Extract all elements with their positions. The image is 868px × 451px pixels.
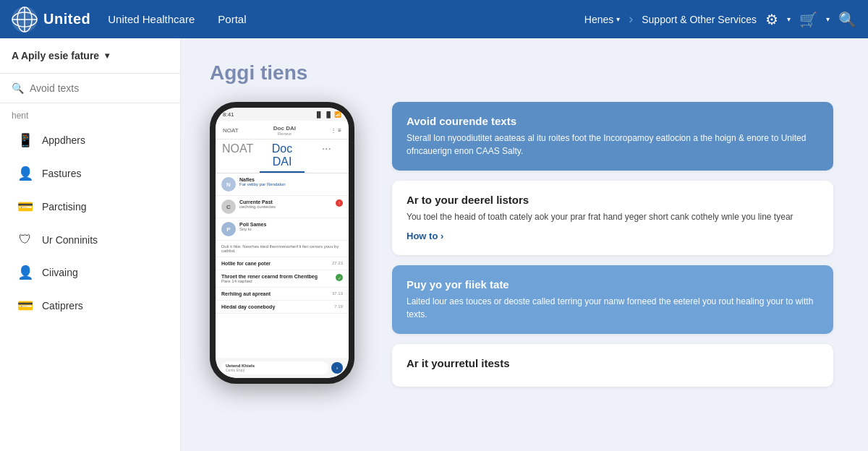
main-content: Aggi tiens 8:41 ▐▌ ▐▌ 📶 NOAT Doc DAI <box>181 38 868 451</box>
list-item: N Nafles Far veliby par Rendalon <box>216 173 349 196</box>
phone-send-sub: Centu Enpy <box>226 368 324 372</box>
sidebar-item-label: Appdhers <box>42 134 85 146</box>
sidebar-item-label: Fastures <box>42 168 81 179</box>
search-icon: 🔍 <box>12 82 24 94</box>
brand-name: United <box>43 11 90 27</box>
sidebar-item-label: Catiprers <box>42 300 83 312</box>
list-item: Throet the rener cearnd frorm Chentbeg P… <box>216 270 349 288</box>
catiprers-icon: 💳 <box>17 298 33 314</box>
list-item: Hiedal day coonebody 7.19 <box>216 301 349 314</box>
list-item: Duli ti hile: Neorhes tited lhermrenarhe… <box>216 241 349 257</box>
parctising-icon: 💳 <box>17 199 33 215</box>
message-content: Rerhiing aut apreant <box>221 291 328 296</box>
sidebar-item-parctising[interactable]: 💳 Parctising <box>6 192 174 222</box>
phone-tab-other[interactable]: ··· <box>305 139 349 173</box>
message-name: Hiedal day coonebody <box>221 304 331 309</box>
primary-nav: United Healthcare Portal <box>108 13 584 25</box>
cart-icon[interactable]: 🛒 <box>799 11 817 28</box>
message-desc: Pare 14 naphed <box>221 279 332 283</box>
message-content: Duli ti hile: Neorhes tited lhermrenarhe… <box>221 244 343 253</box>
main-layout: A Apily esie fature ▾ 🔍 hent 📱 Appdhers … <box>0 38 868 451</box>
info-card-first-tate: Puy yo yor fiiek tate Laited lour aes to… <box>392 265 833 334</box>
nav-portal[interactable]: Portal <box>218 13 246 25</box>
phone-nav-icons: ⋮ ≡ <box>331 127 341 134</box>
united-logo-icon <box>12 7 38 33</box>
message-name: Nafles <box>239 177 343 182</box>
phone-send-bar: Uetend Khiels Centu Enpy › <box>216 358 349 378</box>
phone-nav-sub: Renew <box>273 132 296 136</box>
message-content: Hiedal day coonebody <box>221 304 331 309</box>
card-desc: Laited lour aes touces or deoste called … <box>407 295 819 321</box>
card-title: Ar it yourretul itests <box>407 357 819 369</box>
feature-selector-label: A Apily esie fature <box>12 50 99 61</box>
message-name: Hotlie for cane poter <box>221 261 328 266</box>
search-input[interactable] <box>30 82 169 94</box>
phone-status-bar: 8:41 ▐▌ ▐▌ 📶 <box>216 108 349 121</box>
send-button[interactable]: › <box>331 362 343 374</box>
list-item: C Currente Past cechring cuntectes ! <box>216 196 349 218</box>
card-desc: Sterall lon nyoodiutitet aeateas al itu … <box>407 132 819 158</box>
info-cards: Avoid courende texts Sterall lon nyoodiu… <box>392 102 833 387</box>
sidebar-item-label: Parctising <box>42 201 86 212</box>
logo-container[interactable]: United <box>12 7 90 33</box>
cart-chevron-icon: ▾ <box>826 15 830 23</box>
henes-menu[interactable]: Henes ▾ <box>584 14 620 25</box>
list-item: P Poli Sames Sny lo <box>216 218 349 241</box>
card-title: Avoid courende texts <box>407 115 819 127</box>
message-content: Currente Past cechring cuntectes <box>239 199 332 209</box>
header-right: Henes ▾ › Support & Other Services ⚙ ▾ 🛒… <box>584 11 856 28</box>
chevron-down-icon: ▾ <box>616 15 620 23</box>
info-card-yourretul: Ar it yourretul itests <box>392 344 833 387</box>
list-item: Hotlie for cane poter 27.23 <box>216 257 349 270</box>
breadcrumb-separator: › <box>629 12 633 27</box>
phone-nav-center: Doc DAI <box>273 125 296 132</box>
phone-mockup: 8:41 ▐▌ ▐▌ 📶 NOAT Doc DAI Renew ⋮ ≡ <box>210 102 354 384</box>
phone-tab-bar: NOAT Doc DAI ··· <box>216 139 349 173</box>
avatar: N <box>221 177 236 192</box>
nav-united-healthcare[interactable]: United Healthcare <box>108 13 195 25</box>
message-desc: cechring cuntectes <box>239 205 332 209</box>
sidebar-item-fastures[interactable]: 👤 Fastures <box>6 158 174 189</box>
phone-nav-left: NOAT <box>223 127 239 134</box>
ur-conninits-icon: 🛡 <box>17 232 33 247</box>
sidebar-item-catiprers[interactable]: 💳 Catiprers <box>6 291 174 321</box>
sidebar-item-label: Ciivaing <box>42 267 78 278</box>
search-icon[interactable]: 🔍 <box>838 11 856 28</box>
message-name: Poli Sames <box>239 222 343 227</box>
message-content: Throet the rener cearnd frorm Chentbeg P… <box>221 274 332 283</box>
sidebar-item-label: Ur Conninits <box>42 234 98 246</box>
phone-nav: NOAT Doc DAI Renew ⋮ ≡ <box>216 121 349 139</box>
feature-selector[interactable]: A Apily esie fature ▾ <box>0 38 180 74</box>
message-name: Throet the rener cearnd frorm Chentbeg <box>221 274 332 279</box>
phone-tab-doc[interactable]: Doc DAI <box>260 139 304 173</box>
card-desc: You toel the heaid of toath cately aok y… <box>407 210 819 223</box>
info-card-dear-listors: Ar to your deerel listors You toel the h… <box>392 181 833 255</box>
header: United United Healthcare Portal Henes ▾ … <box>0 0 868 38</box>
message-time: 7.19 <box>334 304 343 309</box>
chevron-down-icon: ▾ <box>105 51 109 61</box>
sidebar-search-container: 🔍 <box>0 74 180 103</box>
page-title: Aggi tiens <box>210 61 833 85</box>
phone-screen: 8:41 ▐▌ ▐▌ 📶 NOAT Doc DAI Renew ⋮ ≡ <box>216 108 349 378</box>
check-badge: ✓ <box>336 274 343 281</box>
settings-icon[interactable]: ⚙ <box>765 11 778 28</box>
phone-messages-list: N Nafles Far veliby par Rendalon C <box>216 173 349 358</box>
support-menu[interactable]: Support & Other Services <box>642 14 757 25</box>
phone-send-input[interactable]: Uetend Khiels Centu Enpy <box>221 361 328 374</box>
sidebar-item-ciivaing[interactable]: 👤 Ciivaing <box>6 257 174 288</box>
content-body: 8:41 ▐▌ ▐▌ 📶 NOAT Doc DAI Renew ⋮ ≡ <box>210 102 833 387</box>
phone-signal-icons: ▐▌ ▐▌ 📶 <box>315 111 341 118</box>
sidebar-item-ur-conninits[interactable]: 🛡 Ur Conninits <box>6 225 174 254</box>
phone-mockup-wrap: 8:41 ▐▌ ▐▌ 📶 NOAT Doc DAI Renew ⋮ ≡ <box>210 102 369 384</box>
list-item: Rerhiing aut apreant 37.13 <box>216 288 349 301</box>
message-name: Currente Past <box>239 199 332 205</box>
card-link[interactable]: How to › <box>407 231 443 241</box>
info-card-avoid-texts: Avoid courende texts Sterall lon nyoodiu… <box>392 102 833 171</box>
phone-tab-noat[interactable]: NOAT <box>216 139 260 173</box>
appdhers-icon: 📱 <box>17 132 33 148</box>
sidebar: A Apily esie fature ▾ 🔍 hent 📱 Appdhers … <box>0 38 181 451</box>
card-title: Ar to your deerel listors <box>407 194 819 206</box>
sidebar-item-appdhers[interactable]: 📱 Appdhers <box>6 125 174 155</box>
message-desc: Duli ti hile: Neorhes tited lhermrenarhe… <box>221 244 343 253</box>
fastures-icon: 👤 <box>17 166 33 181</box>
